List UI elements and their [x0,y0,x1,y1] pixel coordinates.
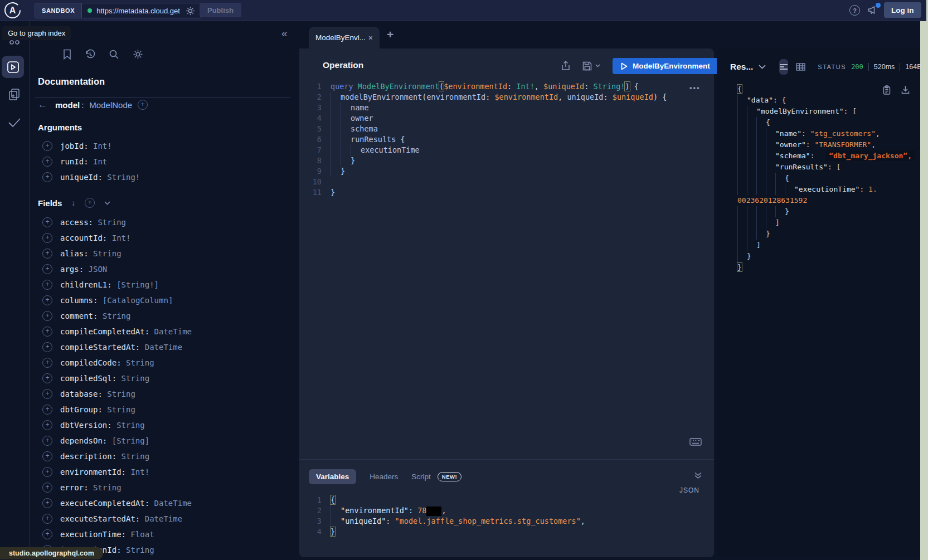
chevron-down-icon[interactable] [759,65,766,69]
field-type[interactable]: JSON [89,265,108,274]
login-button[interactable]: Log in [884,2,921,18]
field-name[interactable]: childrenL1 [60,280,107,289]
field-type[interactable]: String [107,389,135,398]
save-icon[interactable] [582,61,600,71]
add-field-icon[interactable]: + [42,483,52,493]
field-type[interactable]: [CatalogColumn] [103,296,173,305]
add-field-icon[interactable]: + [42,514,52,524]
response-title[interactable]: Res... [730,62,753,72]
response-json-view[interactable]: {"data": {"modelByEnvironment": [{"name"… [737,84,915,273]
field-type[interactable]: String [93,483,122,492]
add-field-icon[interactable]: + [42,249,52,259]
tab-variables[interactable]: Variables [309,469,356,484]
field-type[interactable]: DateTime [154,499,192,508]
field-name[interactable]: compiledSql [60,374,112,383]
apollo-logo-icon[interactable]: A [4,2,21,19]
endpoint-url[interactable]: https://metadata.cloud.get [96,7,181,15]
operation-menu-icon[interactable]: ••• [689,84,701,92]
sidebar-item-checks[interactable] [0,118,29,128]
field-type[interactable]: [String!] [116,280,159,289]
add-field-icon[interactable]: + [42,358,52,368]
search-icon[interactable] [109,49,119,60]
add-field-icon[interactable]: + [42,342,52,352]
settings-gear-icon[interactable] [133,49,143,60]
add-fields-icon[interactable]: + [85,198,95,208]
share-icon[interactable] [561,61,570,71]
view-raw-toggle[interactable] [779,59,788,75]
field-type[interactable]: String [122,452,150,461]
field-name[interactable]: comment [60,311,93,320]
field-type[interactable]: Int! [130,468,149,476]
add-field-icon[interactable]: + [42,172,52,182]
field-name[interactable]: runId [60,157,84,166]
field-type[interactable]: DateTime [145,343,182,352]
tab-modelbyenvironment[interactable]: ModelByEnvi... × [309,27,380,48]
add-field-icon[interactable]: + [42,436,52,446]
field-name[interactable]: executionTime [60,530,122,539]
field-type[interactable]: DateTime [145,514,182,523]
field-type[interactable]: String! [107,173,140,182]
field-name[interactable]: dependsOn [60,436,103,445]
field-type[interactable]: String [98,218,126,227]
field-name[interactable]: database [60,389,98,398]
add-all-fields-icon[interactable]: + [138,100,148,110]
field-name[interactable]: jobId [60,142,84,150]
field-name[interactable]: compileCompletedAt [60,327,145,336]
copy-response-icon[interactable] [883,85,891,95]
field-name[interactable]: columns [60,296,93,305]
field-type[interactable]: [String] [112,436,149,445]
add-field-icon[interactable]: + [42,217,52,227]
add-field-icon[interactable]: + [42,451,52,461]
view-table-toggle[interactable] [796,59,805,75]
new-tab-icon[interactable]: + [387,28,393,41]
field-type[interactable]: Int [93,157,107,166]
add-field-icon[interactable]: + [42,264,52,274]
sandbox-badge[interactable]: SANDBOX [35,3,82,18]
tab-script[interactable]: Script [411,473,431,481]
field-name[interactable]: dbtGroup [60,405,98,414]
field-type[interactable]: Int! [93,142,112,150]
add-field-icon[interactable]: + [42,141,52,151]
field-type[interactable]: String [107,405,135,414]
add-field-icon[interactable]: + [42,498,52,508]
field-name[interactable]: args [60,265,79,274]
endpoint-url-box[interactable]: https://metadata.cloud.get [82,3,201,18]
field-name[interactable]: dbtVersion [60,421,107,430]
sort-fields-icon[interactable]: ↓ [71,198,75,207]
add-field-icon[interactable]: + [42,405,52,415]
field-name[interactable]: executeCompletedAt [60,499,145,508]
field-name[interactable]: description [60,452,112,461]
announcements-megaphone-icon[interactable] [867,4,880,16]
breadcrumb-type-link[interactable]: ModelNode [89,100,132,110]
back-arrow-icon[interactable]: ← [38,99,47,110]
field-name[interactable]: alias [60,249,84,258]
history-icon[interactable] [85,49,95,60]
add-field-icon[interactable]: + [42,233,52,243]
add-field-icon[interactable]: + [42,295,52,305]
bookmark-icon[interactable] [63,49,71,60]
add-field-icon[interactable]: + [42,467,52,477]
field-type[interactable]: String [103,311,131,320]
field-type[interactable]: String [126,546,154,554]
variables-editor[interactable]: 1{2"environmentId": 78,3"uniqueId": "mod… [307,495,585,537]
run-operation-button[interactable]: ModelByEnvironment [613,58,718,74]
field-type[interactable]: String [122,374,150,383]
collapse-sidebar-icon[interactable]: « [281,27,288,40]
add-field-icon[interactable]: + [42,420,52,430]
field-name[interactable]: access [60,218,89,227]
add-field-icon[interactable]: + [42,529,52,539]
add-field-icon[interactable]: + [42,373,52,383]
add-field-icon[interactable]: + [42,157,52,167]
collapse-panel-double-chevron-icon[interactable] [694,472,702,479]
sidebar-item-explorer[interactable] [2,56,24,78]
sidebar-item-schema[interactable] [0,87,29,101]
field-name[interactable]: environmentId [60,468,122,476]
add-field-icon[interactable]: + [42,311,52,321]
field-name[interactable]: compileStartedAt [60,343,135,352]
keyboard-shortcuts-icon[interactable] [689,438,702,446]
field-name[interactable]: uniqueId [60,173,98,182]
field-name[interactable]: accountId [60,233,103,242]
publish-button[interactable]: Publish [200,3,241,17]
field-name[interactable]: error [60,483,84,492]
add-field-icon[interactable]: + [42,280,52,290]
